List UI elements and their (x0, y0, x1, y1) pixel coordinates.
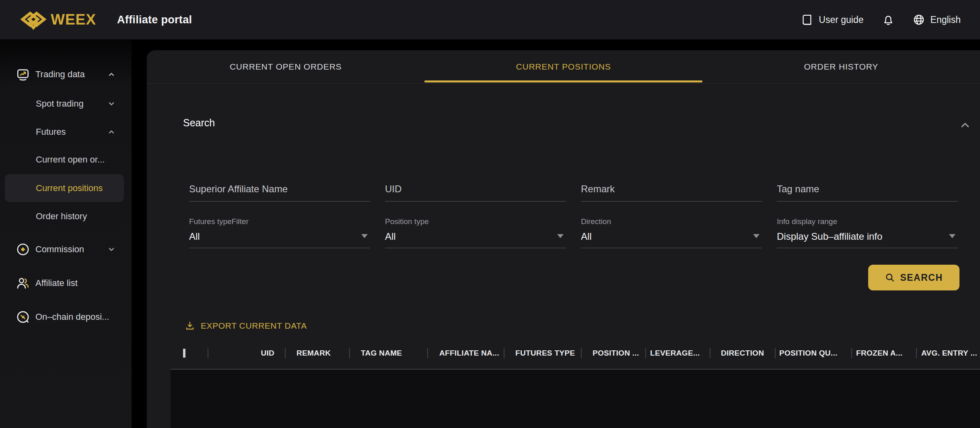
tag-name-field (777, 180, 958, 202)
sidebar-item-order-history[interactable]: Order history (0, 207, 132, 226)
dropdown-caret-icon (361, 234, 368, 238)
sidebar-item-on-chain-deposit[interactable]: On–chain deposi... (0, 308, 132, 326)
brand-name: WEEX (51, 11, 96, 28)
notifications-button[interactable] (882, 14, 894, 26)
table-body-empty (171, 370, 980, 428)
tab-bar: CURRENT OPEN ORDERS CURRENT POSITIONS OR… (147, 50, 980, 84)
column-header-direction: DIRECTION (710, 349, 775, 358)
brand[interactable]: WEEX Affiliate portal (19, 10, 192, 30)
dropdown-caret-icon (949, 234, 955, 238)
direction-select[interactable]: Direction All (581, 217, 762, 248)
sidebar-item-futures[interactable]: Futures (0, 123, 132, 141)
remark-input[interactable] (581, 180, 762, 201)
trading-data-icon (16, 67, 31, 82)
column-header-tag-name: TAG NAME (350, 349, 427, 358)
weex-logo-icon (19, 10, 47, 30)
column-header-uid: UID (208, 349, 285, 358)
main-panel: CURRENT OPEN ORDERS CURRENT POSITIONS OR… (147, 50, 980, 428)
on-chain-deposit-icon (16, 310, 31, 324)
bell-icon (882, 14, 894, 26)
column-header-futures-type: FUTURES TYPE (504, 349, 581, 358)
globe-icon (913, 14, 925, 26)
column-header-avg-entry: AVG. ENTRY ... (917, 349, 980, 358)
info-display-range-select[interactable]: Info display range Display Sub–affiliate… (777, 217, 958, 248)
column-header-remark: REMARK (286, 349, 349, 358)
column-header-leverage: LEVERAGE... (646, 349, 710, 358)
search-icon (885, 272, 895, 283)
sidebar-item-trading-data[interactable]: Trading data (0, 65, 132, 84)
chevron-down-icon (107, 245, 115, 253)
dropdown-caret-icon (753, 234, 760, 238)
column-header-position-quantity: POSITION QU... (776, 349, 851, 358)
export-label: EXPORT CURRENT DATA (201, 321, 307, 331)
sidebar-item-current-positions[interactable]: Current positions (5, 174, 124, 202)
chevron-up-icon (107, 70, 115, 78)
affiliate-list-icon (16, 276, 31, 290)
page-title: Affiliate portal (117, 14, 192, 26)
chevron-up-icon (107, 128, 115, 136)
column-header-affiliate-name: AFFILIATE NA... (428, 349, 504, 358)
sidebar-item-spot-trading[interactable]: Spot trading (0, 95, 132, 113)
sidebar-item-current-open-orders[interactable]: Current open or... (0, 150, 132, 169)
futures-type-select[interactable]: Futures typeFilter All (189, 217, 370, 248)
tab-order-history[interactable]: ORDER HISTORY (702, 50, 980, 83)
tag-name-input[interactable] (777, 180, 958, 201)
sidebar-item-commission[interactable]: Commission (0, 240, 132, 259)
dropdown-caret-icon (557, 234, 564, 238)
active-tab-underline (424, 80, 702, 82)
commission-icon (16, 242, 31, 257)
tab-current-open-orders[interactable]: CURRENT OPEN ORDERS (147, 50, 424, 83)
sidebar-item-label: Trading data (35, 69, 85, 80)
column-header-position: POSITION ... (582, 349, 645, 358)
language-selector[interactable]: English (913, 14, 961, 26)
tab-current-positions[interactable]: CURRENT POSITIONS (424, 50, 702, 83)
book-icon (801, 14, 813, 26)
superior-affiliate-name-input[interactable] (189, 180, 370, 201)
search-panel-title: Search (183, 117, 215, 129)
sidebar: Trading data Spot trading Futures Curren… (0, 39, 132, 428)
language-label: English (931, 14, 961, 25)
chevron-down-icon (107, 100, 115, 108)
search-button[interactable]: SEARCH (868, 265, 959, 290)
export-current-data-button[interactable]: EXPORT CURRENT DATA (185, 321, 307, 331)
column-header-frozen-amount: FROZEN A... (852, 349, 916, 358)
top-header: WEEX Affiliate portal User guide English (0, 0, 980, 39)
download-icon (185, 321, 195, 331)
user-guide-label: User guide (819, 14, 863, 25)
uid-field (385, 180, 566, 202)
remark-field (581, 180, 762, 202)
uid-input[interactable] (385, 180, 566, 201)
user-guide-button[interactable]: User guide (801, 14, 863, 26)
superior-affiliate-name-field (189, 180, 370, 202)
sidebar-item-affiliate-list[interactable]: Affiliate list (0, 274, 132, 292)
select-all-checkbox[interactable] (183, 349, 185, 358)
collapse-search-icon[interactable] (959, 119, 971, 131)
table-header-row: UID REMARK TAG NAME AFFILIATE NA... FUTU… (171, 342, 980, 364)
position-type-select[interactable]: Position type All (385, 217, 566, 248)
select-all-cell (171, 349, 208, 358)
